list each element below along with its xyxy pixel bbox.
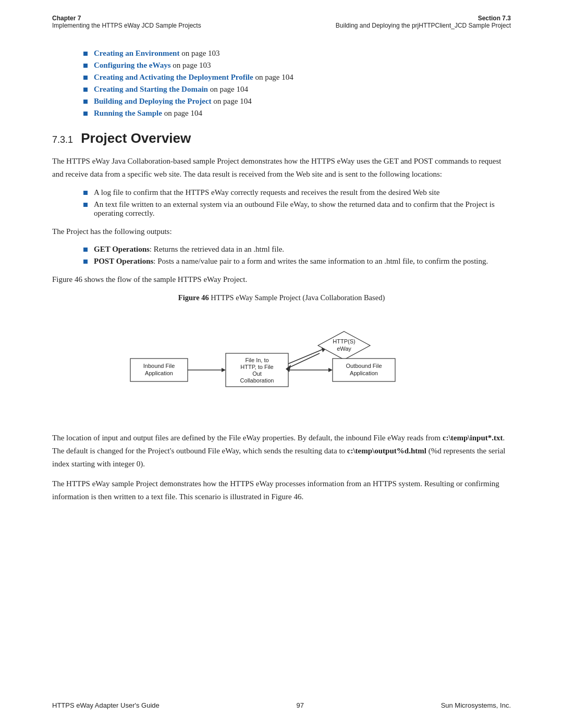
bullet-icon [83,112,88,116]
inbound-line1: Inbound File [143,363,175,369]
link-text[interactable]: Configuring the eWays [94,61,171,69]
output-rest-1: : Returns the retrieved data in an .html… [150,245,284,253]
bullet-icon [83,260,88,264]
output-bold-2: POST Operations [94,257,153,265]
page-footer: HTTPS eWay Adapter User's Guide 97 Sun M… [52,701,511,709]
list-item: Creating and Starting the Domain on page… [83,85,511,94]
section-label: Section 7.3 [336,15,511,22]
list-item: Creating an Environment on page 103 [83,49,511,58]
chapter-sub: Implementing the HTTPS eWay JCD Sample P… [52,22,201,29]
toc-bullet-list: Creating an Environment on page 103 Conf… [83,49,511,118]
link-text[interactable]: Running the Sample [94,109,162,117]
https-line2: eWay [337,346,351,352]
page-ref: on page 104 [253,73,293,81]
list-item: Configuring the eWays on page 103 [83,61,511,70]
section-number: 7.3.1 [52,134,73,145]
footer-right: Sun Microsystems, Inc. [441,701,511,709]
inbound-line2: Application [145,370,173,376]
link-text[interactable]: Building and Deploying the Project [94,97,212,105]
bullet-icon [83,100,88,104]
list-item: An text file written to an external syst… [83,200,511,218]
sub-bullet-text-2: An text file written to an external syst… [94,200,511,218]
figure-title: HTTPS eWay Sample Project (Java Collabor… [209,293,385,302]
para2-code2: c:\temp\output%d.html [347,447,426,455]
collab-line4: Collaboration [240,377,274,384]
page-ref: on page 104 [208,85,248,93]
para-3: The HTTPS eWay sample Project demonstrat… [52,477,511,503]
para2-code1: c:\temp\input*.txt [443,434,503,442]
collab-line1: File In, to [245,357,268,363]
page-ref: on page 103 [179,49,219,57]
collab-line3: Out [252,371,262,377]
para-2: The location of input and output files a… [52,431,511,470]
arrow-2 [288,349,323,364]
output-bold-1: GET Operations [94,245,150,253]
bullet-icon [83,76,88,80]
outbound-line1: Outbound File [346,363,382,369]
list-item: GET Operations: Returns the retrieved da… [83,245,511,254]
link-text[interactable]: Creating and Starting the Domain [94,85,208,93]
outbound-line2: Application [350,370,378,376]
section-title: Project Overview [81,130,191,146]
list-item: Creating and Activating the Deployment P… [83,73,511,82]
figure-caption: Figure 46 HTTPS eWay Sample Project (Jav… [52,293,511,302]
bullet-icon [83,88,88,92]
page: Chapter 7 Implementing the HTTPS eWay JC… [0,0,563,728]
output-bullet-list: GET Operations: Returns the retrieved da… [83,245,511,266]
section-sub: Building and Deploying the prjHTTPClient… [336,22,511,29]
list-item: Building and Deploying the Project on pa… [83,97,511,106]
para-1: The HTTPS eWay Java Collaboration-based … [52,155,511,181]
section-heading: 7.3.1 Project Overview [52,130,511,146]
chapter-label: Chapter 7 [52,15,201,22]
bullet-icon [83,248,88,252]
list-item: Running the Sample on page 104 [83,109,511,118]
arrow-1-head [222,368,226,372]
link-text[interactable]: Creating an Environment [94,49,179,57]
https-line1: HTTP(S) [333,338,355,344]
diagram-container: Inbound File Application File In, to HTT… [52,312,511,416]
sub-bullet-list: A log file to confirm that the HTTPS eWa… [83,188,511,218]
header-right: Section 7.3 Building and Deploying the p… [336,15,511,29]
output-rest-2: : Posts a name/value pair to a form and … [153,257,488,265]
list-item: POST Operations: Posts a name/value pair… [83,257,511,266]
figure-label: Figure 46 [178,293,209,302]
bullet-icon [83,203,88,207]
link-text[interactable]: Creating and Activating the Deployment P… [94,73,253,81]
bullet-icon [83,64,88,68]
arrow-3 [288,353,320,368]
sub-bullet-text-1: A log file to confirm that the HTTPS eWa… [94,188,439,197]
collab-line2: HTTP, to File [240,364,273,370]
page-header: Chapter 7 Implementing the HTTPS eWay JC… [52,0,511,34]
bullet-icon [83,191,88,195]
page-ref: on page 104 [212,97,252,105]
diagram-svg: Inbound File Application File In, to HTT… [120,312,443,416]
page-ref: on page 104 [162,109,202,117]
header-left: Chapter 7 Implementing the HTTPS eWay JC… [52,15,201,29]
page-ref: on page 103 [171,61,211,69]
outputs-intro: The Project has the following outputs: [52,225,511,238]
arrow-4-head [328,368,333,372]
footer-left: HTTPS eWay Adapter User's Guide [52,701,160,709]
bullet-icon [83,52,88,56]
para2-part1: The location of input and output files a… [52,434,443,442]
figure-intro: Figure 46 shows the flow of the sample H… [52,273,511,286]
list-item: A log file to confirm that the HTTPS eWa… [83,188,511,197]
footer-page-number: 97 [296,701,303,709]
